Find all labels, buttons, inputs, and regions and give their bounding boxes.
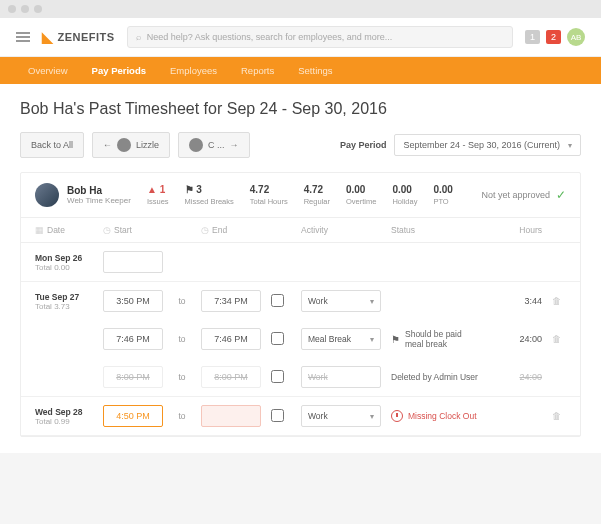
start-time-input[interactable] bbox=[103, 405, 163, 427]
tab-reports[interactable]: Reports bbox=[229, 57, 286, 84]
chrome-maximize[interactable] bbox=[34, 5, 42, 13]
start-time-input[interactable] bbox=[103, 290, 163, 312]
start-time-input[interactable] bbox=[103, 251, 163, 273]
logo-mark-icon: ◣ bbox=[42, 29, 54, 45]
nav-tabs: Overview Pay Periods Employees Reports S… bbox=[0, 57, 601, 84]
activity-select[interactable]: Work▾ bbox=[301, 290, 381, 312]
stat-total-hours: 4.72Total Hours bbox=[250, 184, 288, 206]
user-avatar[interactable]: AB bbox=[567, 28, 585, 46]
search-input[interactable]: ⌕ Need help? Ask questions, search for e… bbox=[127, 26, 513, 48]
hamburger-menu-icon[interactable] bbox=[16, 32, 30, 42]
end-time-input[interactable] bbox=[201, 290, 261, 312]
row-hours: 24:00 bbox=[492, 334, 542, 344]
time-entry-row: Tue Sep 27 Total 3.73 to Work▾ 3:44 🗑 bbox=[21, 282, 580, 320]
arrow-right-icon: → bbox=[230, 140, 239, 150]
employee-name: Bob Ha bbox=[67, 185, 131, 196]
activity-select[interactable]: Work▾ bbox=[301, 405, 381, 427]
approval-status: Not yet approved ✓ bbox=[481, 188, 566, 202]
delete-icon[interactable]: 🗑 bbox=[552, 334, 566, 344]
topbar: ◣ ZENEFITS ⌕ Need help? Ask questions, s… bbox=[0, 18, 601, 57]
start-time-input bbox=[103, 366, 163, 388]
entry-checkbox[interactable] bbox=[271, 294, 284, 307]
clock-icon: ◷ bbox=[103, 225, 111, 235]
search-placeholder: Need help? Ask questions, search for emp… bbox=[147, 32, 393, 42]
checkmark-icon[interactable]: ✓ bbox=[556, 188, 566, 202]
table-header: ▦Date ◷Start ◷End Activity Status Hours bbox=[21, 218, 580, 243]
chevron-down-icon: ▾ bbox=[370, 412, 374, 421]
peer-avatar bbox=[189, 138, 203, 152]
logo[interactable]: ◣ ZENEFITS bbox=[42, 29, 115, 45]
entry-checkbox[interactable] bbox=[271, 409, 284, 422]
chevron-down-icon: ▾ bbox=[370, 335, 374, 344]
end-time-input[interactable] bbox=[201, 405, 261, 427]
notification-badge-gray[interactable]: 1 bbox=[525, 30, 540, 44]
pay-period-label: Pay Period bbox=[340, 140, 387, 150]
warning-icon: ▲ bbox=[147, 184, 157, 195]
activity-select: Work bbox=[301, 366, 381, 388]
flag-icon: ⚑ bbox=[185, 184, 197, 195]
day-wed: Wed Sep 28 Total 0.99 to Work▾ Missing C… bbox=[21, 397, 580, 436]
entry-checkbox[interactable] bbox=[271, 332, 284, 345]
chrome-close[interactable] bbox=[8, 5, 16, 13]
time-entry-row: Wed Sep 28 Total 0.99 to Work▾ Missing C… bbox=[21, 397, 580, 435]
day-tue: Tue Sep 27 Total 3.73 to Work▾ 3:44 🗑 to bbox=[21, 282, 580, 397]
time-entry-row: to Meal Break▾ ⚑Should be paid meal brea… bbox=[21, 320, 580, 358]
chevron-down-icon: ▾ bbox=[370, 297, 374, 306]
status-message: ⚑Should be paid meal break bbox=[391, 329, 482, 349]
chrome-minimize[interactable] bbox=[21, 5, 29, 13]
stat-pto: 0.00PTO bbox=[433, 184, 452, 206]
entry-checkbox bbox=[271, 370, 284, 383]
tab-employees[interactable]: Employees bbox=[158, 57, 229, 84]
employee-role: Web Time Keeper bbox=[67, 196, 131, 205]
tab-overview[interactable]: Overview bbox=[16, 57, 80, 84]
row-hours: 3:44 bbox=[492, 296, 542, 306]
stat-missed-breaks: ⚑ 3 Missed Breaks bbox=[185, 184, 234, 206]
timesheet-card: Bob Ha Web Time Keeper ▲1 Issues ⚑ 3 Mis… bbox=[20, 172, 581, 437]
start-time-input[interactable] bbox=[103, 328, 163, 350]
delete-icon[interactable]: 🗑 bbox=[552, 411, 566, 421]
notification-badge-red[interactable]: 2 bbox=[546, 30, 561, 44]
day-mon: Mon Sep 26 Total 0.00 bbox=[21, 243, 580, 282]
search-icon: ⌕ bbox=[136, 32, 141, 42]
delete-icon[interactable]: 🗑 bbox=[552, 296, 566, 306]
stat-issues: ▲1 Issues bbox=[147, 184, 169, 206]
clock-warning-icon bbox=[391, 410, 403, 422]
logo-text: ZENEFITS bbox=[58, 31, 115, 43]
browser-chrome bbox=[0, 0, 601, 18]
end-time-input bbox=[201, 366, 261, 388]
next-employee-button[interactable]: C ... → bbox=[178, 132, 250, 158]
chevron-down-icon: ▾ bbox=[568, 141, 572, 150]
activity-select[interactable]: Meal Break▾ bbox=[301, 328, 381, 350]
tab-pay-periods[interactable]: Pay Periods bbox=[80, 57, 158, 84]
day-name: Tue Sep 27 bbox=[35, 292, 93, 302]
status-message: Deleted by Admin User bbox=[391, 372, 482, 382]
day-name: Mon Sep 26 bbox=[35, 253, 93, 263]
stat-overtime: 0.00Overtime bbox=[346, 184, 376, 206]
stat-regular: 4.72Regular bbox=[304, 184, 330, 206]
stat-holiday: 0.00Holiday bbox=[392, 184, 417, 206]
day-name: Wed Sep 28 bbox=[35, 407, 93, 417]
time-entry-row-deleted: to Work Deleted by Admin User 24:00 bbox=[21, 358, 580, 396]
end-time-input[interactable] bbox=[201, 328, 261, 350]
row-hours: 24:00 bbox=[492, 372, 542, 382]
back-to-all-button[interactable]: Back to All bbox=[20, 132, 84, 158]
clock-icon: ◷ bbox=[201, 225, 209, 235]
tab-settings[interactable]: Settings bbox=[286, 57, 344, 84]
employee-avatar bbox=[35, 183, 59, 207]
status-warning: Missing Clock Out bbox=[391, 410, 482, 422]
page-title: Bob Ha's Past Timesheet for Sep 24 - Sep… bbox=[20, 100, 581, 118]
prev-employee-button[interactable]: ← Lizzle bbox=[92, 132, 170, 158]
arrow-left-icon: ← bbox=[103, 140, 112, 150]
calendar-icon: ▦ bbox=[35, 225, 44, 235]
peer-avatar bbox=[117, 138, 131, 152]
pay-period-select[interactable]: September 24 - Sep 30, 2016 (Current) ▾ bbox=[394, 134, 581, 156]
flag-icon: ⚑ bbox=[391, 334, 400, 345]
